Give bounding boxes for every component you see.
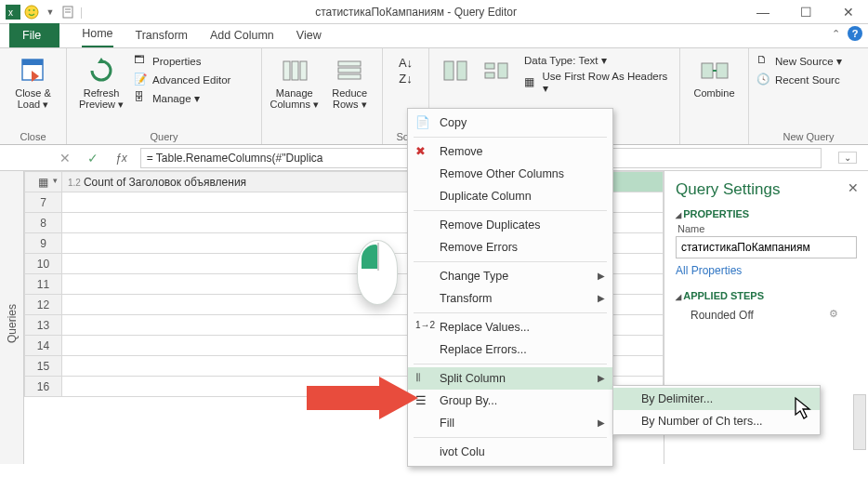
context-menu: 📄Copy ✖Remove Remove Other Columns Dupli… (407, 108, 613, 467)
group-label-newquery: New Query (756, 129, 861, 142)
close-settings-icon[interactable]: ✕ (848, 180, 859, 195)
title-bar: x ▼ | статистикаПоКампаниям - Query Edit… (0, 0, 868, 24)
mouse-tutorial-overlay (357, 240, 398, 305)
script-icon[interactable] (61, 5, 76, 20)
tab-add-column[interactable]: Add Column (210, 25, 274, 47)
row-number: 11 (25, 274, 62, 295)
maximize-button[interactable]: ☐ (792, 5, 820, 20)
ctx-change-type[interactable]: Change Type▶ (408, 265, 612, 287)
svg-point-4 (33, 9, 35, 11)
sub-by-number[interactable]: By Number of Ch ters... (613, 410, 820, 432)
row-number: 16 (25, 377, 62, 397)
window-title: статистикаПоКампаниям - Query Editor (83, 6, 749, 19)
tab-file[interactable]: File (9, 23, 59, 47)
manage-columns-button[interactable]: Manage Columns ▾ (270, 52, 320, 110)
first-row-headers-button[interactable]: ▦Use First Row As Headers ▾ (524, 71, 672, 95)
svg-rect-13 (338, 61, 361, 66)
help-icon[interactable]: ? (848, 26, 862, 41)
svg-point-2 (25, 6, 38, 19)
ctx-remove-other[interactable]: Remove Other Columns (408, 163, 612, 185)
row-number: 8 (25, 213, 62, 233)
ctx-group-by[interactable]: ☰Group By... (408, 390, 612, 412)
cancel-formula-icon[interactable]: ✕ (56, 151, 74, 166)
ctx-fill[interactable]: Fill▶ (408, 412, 612, 434)
row-number: 15 (25, 356, 62, 377)
sort-desc-icon[interactable]: Z↓ (399, 72, 412, 86)
sub-by-delimiter[interactable]: By Delimiter... (613, 388, 820, 410)
svg-rect-20 (498, 63, 507, 78)
chevron-right-icon: ▶ (598, 417, 605, 428)
ribbon-tabs: File Home Transform Add Column View ⌃ ? (0, 24, 868, 48)
step-item[interactable] (676, 325, 857, 379)
svg-rect-9 (22, 60, 43, 65)
ctx-remove[interactable]: ✖Remove (408, 140, 612, 163)
row-number: 14 (25, 336, 62, 356)
tab-view[interactable]: View (296, 25, 322, 47)
new-source-button[interactable]: 🗋New Source ▾ (756, 54, 842, 69)
gear-icon[interactable]: ⚙ (829, 308, 838, 320)
recent-sources-button[interactable]: 🕓Recent Sourc (756, 73, 842, 87)
ctx-copy[interactable]: 📄Copy (408, 112, 612, 134)
quick-access: x ▼ | (6, 5, 83, 20)
ctx-split-column[interactable]: ⫴Split Column▶ (408, 367, 612, 390)
sort-asc-icon[interactable]: A↓ (399, 56, 413, 70)
all-properties-link[interactable]: All Properties (676, 264, 857, 277)
reduce-rows-button[interactable]: Reduce Rows ▾ (325, 52, 375, 110)
row-number: 10 (25, 254, 62, 274)
query-name-input[interactable] (676, 236, 857, 258)
svg-rect-12 (300, 61, 307, 80)
svg-rect-22 (717, 63, 728, 78)
properties-button[interactable]: 🗔Properties (134, 54, 230, 69)
fx-icon: ƒx (112, 152, 131, 165)
queries-pane-toggle[interactable]: Queries (0, 171, 24, 476)
group-by-ribbon-button[interactable] (478, 52, 515, 87)
manage-button[interactable]: 🗄Manage ▾ (134, 91, 230, 106)
collapse-ribbon-icon[interactable]: ⌃ (832, 28, 840, 40)
svg-rect-16 (444, 61, 454, 80)
smiley-icon[interactable] (24, 5, 39, 20)
svg-rect-18 (485, 63, 494, 69)
name-label: Name (677, 223, 857, 234)
svg-rect-14 (338, 68, 361, 73)
remove-icon: ✖ (415, 144, 430, 159)
ctx-pivot[interactable]: ivot Colu (408, 441, 612, 463)
ctx-remove-dup[interactable]: Remove Duplicates (408, 214, 612, 236)
replace-icon: 1→2 (415, 320, 430, 335)
row-number: 13 (25, 315, 62, 336)
svg-rect-17 (457, 61, 467, 80)
minimize-button[interactable]: — (749, 5, 777, 20)
ctx-duplicate[interactable]: Duplicate Column (408, 185, 612, 207)
refresh-preview-button[interactable]: Refresh Preview ▾ (74, 52, 128, 110)
chevron-right-icon: ▶ (598, 293, 605, 303)
tutorial-arrow (307, 377, 418, 419)
close-load-button[interactable]: Close & Load ▾ (7, 52, 59, 110)
expand-formula-icon[interactable]: ⌄ (838, 152, 857, 164)
close-window-button[interactable]: ✕ (835, 5, 862, 20)
svg-rect-21 (702, 63, 713, 78)
group-label-close: Close (7, 129, 59, 142)
svg-rect-11 (292, 61, 298, 80)
row-number: 7 (25, 192, 62, 213)
svg-rect-19 (485, 73, 494, 78)
table-corner[interactable]: ▦ ▾ (25, 172, 62, 192)
qat-dropdown-icon[interactable]: ▼ (43, 5, 58, 20)
combine-button[interactable]: Combine (688, 52, 741, 99)
advanced-editor-button[interactable]: 📝Advanced Editor (134, 73, 230, 87)
ctx-replace-errors[interactable]: Replace Errors... (408, 338, 612, 361)
tab-home[interactable]: Home (82, 23, 112, 47)
ctx-transform[interactable]: Transform▶ (408, 287, 612, 310)
ctx-replace-values[interactable]: 1→2Replace Values... (408, 316, 612, 338)
excel-icon: x (6, 5, 20, 20)
chevron-right-icon: ▶ (598, 271, 605, 281)
steps-scrollbar[interactable] (853, 394, 866, 450)
row-number: 9 (25, 233, 62, 254)
row-number: 12 (25, 295, 62, 315)
split-column-ribbon-button[interactable] (437, 52, 474, 87)
ctx-remove-err[interactable]: Remove Errors (408, 236, 612, 258)
copy-icon: 📄 (415, 115, 430, 130)
group-label-query: Query (74, 129, 254, 142)
confirm-formula-icon[interactable]: ✓ (84, 151, 102, 166)
tab-transform[interactable]: Transform (136, 25, 189, 47)
datatype-button[interactable]: Data Type: Text ▾ (524, 54, 672, 67)
step-item[interactable]: Rounded Off⚙ (676, 305, 857, 325)
